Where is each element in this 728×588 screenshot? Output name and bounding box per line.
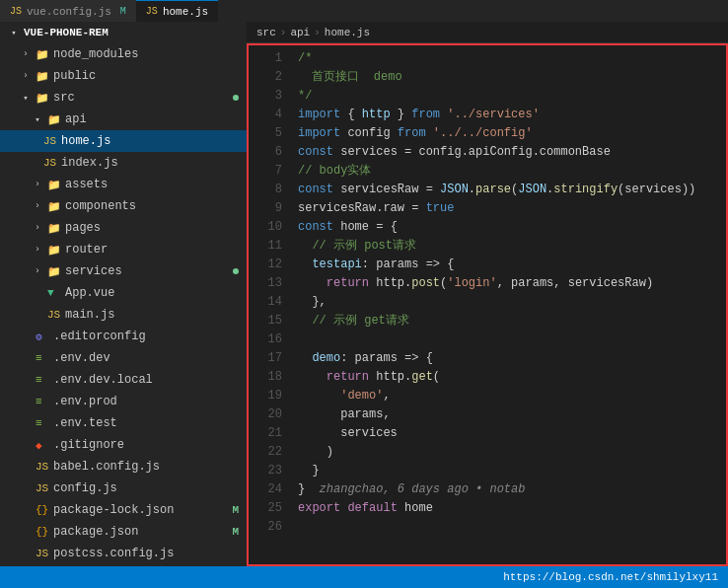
folder-icon-3: 📁: [36, 92, 49, 105]
sidebar-item-env-dev-local[interactable]: ≡ .env.dev.local: [0, 369, 247, 391]
code-line-8: const servicesRaw = JSON.parse(JSON.stri…: [298, 181, 726, 199]
status-url: https://blog.csdn.net/shmilylxy11: [503, 571, 718, 583]
editor-config-icon: ⚙: [36, 331, 49, 343]
sidebar-item-env-prod[interactable]: ≡ .env.prod: [0, 391, 247, 412]
env-prod-icon: ≡: [36, 396, 49, 407]
node-modules-arrow: [20, 48, 32, 60]
code-line-5: import config from '../../config': [298, 124, 726, 143]
sidebar-item-babel[interactable]: JS babel.config.js: [0, 456, 247, 478]
code-line-22: ): [298, 443, 726, 462]
code-line-11: // 示例 post请求: [298, 237, 726, 256]
code-area: /* 首页接口 demo */ import { http } from '..…: [290, 45, 726, 564]
sidebar-item-home-js[interactable]: JS home.js: [0, 130, 247, 152]
sidebar: VUE-PHONE-REM 📁 node_modules 📁 public 📁 …: [0, 22, 247, 566]
sidebar-item-public[interactable]: 📁 public: [0, 65, 247, 87]
env-dev-icon: ≡: [36, 352, 49, 364]
package-lock-label: package-lock.json: [53, 503, 174, 517]
assets-arrow: [32, 179, 43, 190]
node-modules-label: node_modules: [53, 47, 138, 61]
code-line-24: } zhangchao, 6 days ago • notab: [298, 480, 726, 499]
folder-icon-comp: 📁: [47, 200, 61, 213]
breadcrumb-api: api: [290, 27, 310, 38]
router-arrow: [32, 244, 43, 256]
sidebar-item-pages[interactable]: 📁 pages: [0, 217, 247, 239]
src-label: src: [53, 91, 75, 105]
code-line-13: return http.post('login', params, servic…: [298, 274, 726, 293]
pages-label: pages: [65, 221, 101, 235]
git-icon: ◆: [36, 439, 49, 452]
sidebar-item-services[interactable]: 📁 services: [0, 260, 247, 282]
tab-home-js[interactable]: JS home.js: [136, 0, 218, 22]
babel-icon: JS: [36, 461, 49, 473]
code-line-23: }: [298, 462, 726, 480]
js-icon: JS: [10, 6, 22, 17]
package-json-badge: M: [232, 526, 239, 538]
code-line-16: [298, 331, 726, 349]
assets-label: assets: [65, 178, 108, 191]
sidebar-item-env-dev[interactable]: ≡ .env.dev: [0, 347, 247, 369]
env-dev-local-icon: ≡: [36, 374, 49, 386]
tab-vue-config[interactable]: JS vue.config.js M: [0, 0, 136, 22]
code-line-15: // 示例 get请求: [298, 312, 726, 331]
sidebar-item-postcss[interactable]: JS postcss.config.js: [0, 543, 247, 564]
package-lock-badge: M: [232, 504, 239, 516]
postcss-label: postcss.config.js: [53, 547, 174, 560]
env-prod-label: .env.prod: [53, 395, 117, 408]
services-badge-dot: [233, 268, 239, 274]
sidebar-item-src[interactable]: 📁 src: [0, 87, 247, 109]
config-js-icon: JS: [36, 482, 49, 494]
sidebar-item-components[interactable]: 📁 components: [0, 195, 247, 217]
postcss-icon: JS: [36, 548, 49, 559]
sidebar-item-assets[interactable]: 📁 assets: [0, 174, 247, 195]
code-line-14: },: [298, 293, 726, 312]
js-file-icon-2: JS: [43, 157, 57, 169]
api-label: api: [65, 112, 87, 126]
code-line-7: // body实体: [298, 162, 726, 181]
sidebar-item-index-js[interactable]: JS index.js: [0, 152, 247, 174]
sidebar-item-env-test[interactable]: ≡ .env.test: [0, 412, 247, 434]
folder-icon: 📁: [36, 48, 49, 61]
code-line-18: return http.get(: [298, 368, 726, 387]
code-line-9: servicesRaw.raw = true: [298, 199, 726, 218]
sidebar-item-config-js[interactable]: JS config.js: [0, 478, 247, 499]
sidebar-item-router[interactable]: 📁 router: [0, 239, 247, 260]
editor-area: src › api › home.js 12345 678910 1112131…: [247, 22, 728, 566]
js-main-icon: JS: [47, 309, 61, 321]
sidebar-item-api[interactable]: 📁 api: [0, 109, 247, 130]
pages-arrow: [32, 222, 43, 234]
editorconfig-label: .editorconfig: [53, 330, 146, 343]
tab-vue-config-label: vue.config.js: [27, 6, 111, 18]
code-line-17: demo: params => {: [298, 349, 726, 368]
top-tabs: JS vue.config.js M JS home.js: [0, 0, 728, 22]
status-bar: https://blog.csdn.net/shmilylxy11: [0, 566, 728, 588]
root-label: VUE-PHONE-REM: [24, 27, 109, 38]
components-arrow: [32, 200, 43, 212]
sidebar-item-main-js[interactable]: JS main.js: [0, 304, 247, 326]
breadcrumb-sep2: ›: [314, 27, 321, 38]
code-line-1: /*: [298, 49, 726, 68]
sidebar-item-editorconfig[interactable]: ⚙ .editorconfig: [0, 326, 247, 347]
index-js-label: index.js: [61, 156, 118, 170]
tab-vue-config-badge: M: [120, 6, 126, 17]
services-arrow: [32, 265, 43, 277]
sidebar-item-app-vue[interactable]: ▼ App.vue: [0, 282, 247, 304]
sidebar-item-package-lock[interactable]: {} package-lock.json M: [0, 499, 247, 521]
package-lock-icon: {}: [36, 504, 49, 516]
app-vue-label: App.vue: [65, 286, 114, 300]
sidebar-item-node-modules[interactable]: 📁 node_modules: [0, 43, 247, 65]
breadcrumb-file: home.js: [325, 27, 370, 38]
src-arrow: [20, 92, 32, 104]
components-label: components: [65, 199, 136, 213]
code-line-10: const home = {: [298, 218, 726, 237]
src-badge-dot: [233, 95, 239, 101]
sidebar-item-gitignore[interactable]: ◆ .gitignore: [0, 434, 247, 456]
folder-icon-api: 📁: [47, 113, 61, 126]
js-file-icon: JS: [43, 135, 57, 147]
code-line-25: export default home: [298, 499, 726, 518]
code-line-4: import { http } from '../services': [298, 106, 726, 124]
code-line-3: */: [298, 87, 726, 106]
code-line-12: testapi: params => {: [298, 256, 726, 274]
sidebar-item-package-json[interactable]: {} package.json M: [0, 521, 247, 543]
env-test-icon: ≡: [36, 417, 49, 429]
sidebar-root[interactable]: VUE-PHONE-REM: [0, 22, 247, 43]
